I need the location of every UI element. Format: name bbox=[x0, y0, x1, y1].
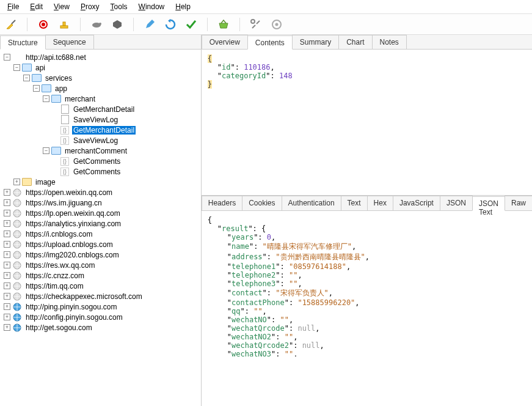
tree[interactable]: −http://api.tc688.net −api −services −ap… bbox=[0, 50, 201, 406]
globe-icon bbox=[12, 303, 22, 311]
tab-contents[interactable]: Contents bbox=[247, 35, 293, 50]
tree-host[interactable]: +https://lp.open.weixin.qq.com bbox=[1, 208, 200, 218]
tab-cookies[interactable]: Cookies bbox=[242, 196, 282, 210]
menu-help[interactable]: Help bbox=[170, 1, 195, 12]
svg-rect-5 bbox=[63, 22, 65, 26]
tree-host[interactable]: +https://ws.im.jiguang.cn bbox=[1, 197, 200, 208]
tree-folder-services[interactable]: −services bbox=[1, 73, 200, 83]
tree-host[interactable]: +https://tim.qq.com bbox=[1, 281, 200, 291]
tab-json[interactable]: JSON bbox=[440, 196, 473, 210]
tab-auth[interactable]: Authentication bbox=[282, 196, 341, 210]
globe-icon bbox=[12, 323, 22, 332]
tab-raw[interactable]: Raw bbox=[505, 196, 532, 210]
tab-jsontext[interactable]: JSON Text bbox=[472, 196, 505, 211]
tree-host[interactable]: +https://i.cnblogs.com bbox=[1, 229, 200, 239]
left-pane: Structure Sequence −http://api.tc688.net… bbox=[0, 35, 202, 406]
tree-folder-api[interactable]: −api bbox=[1, 62, 200, 73]
menu-tools[interactable]: Tools bbox=[106, 1, 133, 12]
globe-icon bbox=[12, 188, 22, 197]
globe-icon bbox=[12, 199, 22, 207]
tree-item-gc1[interactable]: GetComments bbox=[1, 156, 200, 166]
left-tabs: Structure Sequence bbox=[0, 35, 201, 50]
tree-host[interactable]: +https://c.cnzz.com bbox=[1, 270, 200, 281]
tree-folder-mcomment[interactable]: −merchantComment bbox=[1, 146, 200, 156]
tree-host-root[interactable]: −http://api.tc688.net bbox=[1, 52, 200, 62]
svg-line-1 bbox=[12, 20, 15, 24]
broom-icon[interactable] bbox=[5, 18, 17, 31]
throttle-icon[interactable] bbox=[58, 18, 70, 31]
json-icon bbox=[60, 126, 70, 135]
folder-icon bbox=[22, 64, 32, 72]
menu-proxy[interactable]: Proxy bbox=[76, 1, 104, 12]
folder-icon bbox=[42, 84, 51, 93]
svg-marker-8 bbox=[113, 20, 122, 29]
tree-host[interactable]: +http://config.pinyin.sogou.com bbox=[1, 312, 200, 322]
breakpoint-icon[interactable] bbox=[111, 18, 123, 31]
svg-rect-4 bbox=[60, 26, 68, 28]
tab-notes[interactable]: Notes bbox=[372, 35, 407, 49]
tree-host[interactable]: +https://checkappexec.microsoft.com bbox=[1, 291, 200, 301]
globe-icon bbox=[12, 230, 22, 238]
validate-icon[interactable] bbox=[185, 18, 197, 31]
tree-item-gm1[interactable]: GetMerchantDetail bbox=[1, 104, 200, 114]
right-pane: Overview Contents Summary Chart Notes { … bbox=[202, 35, 532, 406]
document-icon bbox=[60, 105, 70, 114]
tab-chart[interactable]: Chart bbox=[338, 35, 372, 49]
folder-icon bbox=[51, 147, 61, 155]
tree-host[interactable]: +http://get.sogou.com bbox=[1, 322, 200, 333]
request-body-view[interactable]: { "id": 110186, "categoryId": 148 } bbox=[202, 50, 532, 195]
svg-point-7 bbox=[99, 23, 101, 25]
menu-view[interactable]: View bbox=[49, 1, 75, 12]
globe-icon bbox=[12, 240, 22, 249]
response-body-view[interactable]: { "result": { "years": 0, "name": "晴隆县宋得… bbox=[202, 211, 532, 356]
folder-icon bbox=[32, 74, 42, 83]
tree-folder-merchant[interactable]: −merchant bbox=[1, 94, 200, 104]
tree-host[interactable]: +https://res.wx.qq.com bbox=[1, 260, 200, 270]
json-icon bbox=[60, 157, 70, 166]
record-icon[interactable] bbox=[37, 18, 49, 31]
tree-folder-app[interactable]: −app bbox=[1, 83, 200, 94]
svg-point-3 bbox=[42, 23, 45, 26]
repeat-icon[interactable] bbox=[164, 18, 177, 31]
globe-icon bbox=[12, 251, 22, 259]
svg-marker-0 bbox=[7, 24, 13, 29]
menu-window[interactable]: Window bbox=[134, 1, 170, 12]
tree-host[interactable]: +http://ping.pinyin.sogou.com bbox=[1, 301, 200, 312]
edit-icon[interactable] bbox=[144, 18, 156, 31]
tree-folder-image[interactable]: +image bbox=[1, 177, 200, 187]
folder-icon bbox=[51, 95, 61, 103]
svg-point-12 bbox=[275, 23, 279, 26]
tree-item-gm2[interactable]: GetMerchantDetail bbox=[1, 125, 200, 135]
globe-icon bbox=[12, 282, 22, 290]
svg-marker-9 bbox=[168, 19, 170, 23]
tools-icon[interactable] bbox=[250, 18, 262, 31]
tree-item-svl2[interactable]: SaveViewLog bbox=[1, 135, 200, 146]
tab-sequence[interactable]: Sequence bbox=[45, 35, 94, 49]
svg-point-10 bbox=[251, 20, 255, 23]
turtle-icon[interactable] bbox=[90, 18, 103, 31]
basket-icon[interactable] bbox=[217, 18, 230, 31]
tree-item-svl1[interactable]: SaveViewLog bbox=[1, 114, 200, 125]
tree-item-gc2[interactable]: GetComments bbox=[1, 166, 200, 177]
json-icon bbox=[60, 168, 70, 176]
tree-host[interactable]: +https://analytics.yinxiang.com bbox=[1, 218, 200, 229]
tab-summary[interactable]: Summary bbox=[292, 35, 339, 49]
right-top-tabs: Overview Contents Summary Chart Notes bbox=[202, 35, 532, 50]
folder-icon bbox=[22, 178, 32, 186]
tab-text[interactable]: Text bbox=[341, 196, 368, 210]
globe-icon bbox=[12, 271, 22, 280]
menu-edit[interactable]: Edit bbox=[25, 1, 48, 12]
json-icon bbox=[60, 136, 70, 145]
tab-headers[interactable]: Headers bbox=[202, 196, 242, 210]
menu-file[interactable]: File bbox=[2, 1, 24, 12]
tab-structure[interactable]: Structure bbox=[0, 35, 46, 50]
tree-host[interactable]: +https://img2020.cnblogs.com bbox=[1, 249, 200, 260]
tree-host[interactable]: +https://upload.cnblogs.com bbox=[1, 239, 200, 249]
tab-javascript[interactable]: JavaScript bbox=[393, 196, 440, 210]
settings-icon[interactable] bbox=[271, 18, 283, 31]
globe-icon bbox=[12, 209, 22, 218]
tab-hex[interactable]: Hex bbox=[367, 196, 393, 210]
globe-icon bbox=[12, 261, 22, 270]
tab-overview[interactable]: Overview bbox=[202, 35, 248, 49]
tree-host[interactable]: +https://open.weixin.qq.com bbox=[1, 187, 200, 197]
